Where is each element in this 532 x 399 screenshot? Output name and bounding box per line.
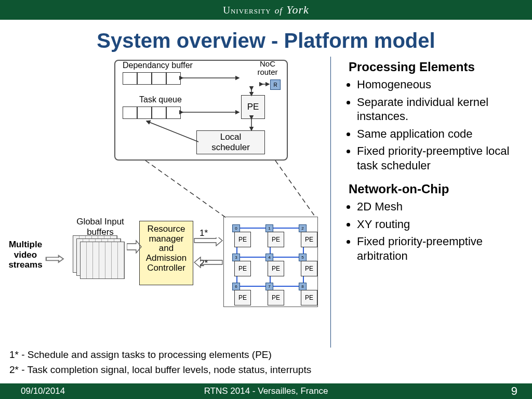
multiple-video-streams-label: Multiplevideostreams: [4, 240, 47, 270]
list-item: Homogeneous: [357, 77, 520, 92]
list-item: Fixed priority-preemptive local task sch…: [357, 144, 520, 172]
router-mini-icon: 1: [265, 224, 273, 232]
svg-line-6: [145, 161, 226, 218]
rmac-grid-arrows-icon: [193, 237, 224, 269]
input-arrow-icon: ⇨: [45, 248, 65, 269]
pe-mini-box: PE: [301, 261, 317, 276]
processing-elements-list: Homogeneous Separate individual kernel i…: [339, 77, 520, 172]
footer-bar: 09/10/2014 RTNS 2014 - Versailles, Franc…: [0, 383, 532, 399]
list-item: Same application code: [357, 127, 520, 141]
router-mini-icon: 3: [232, 254, 240, 261]
pe-mini-box: PE: [268, 261, 284, 276]
svg-line-7: [275, 161, 316, 218]
router-mini-icon: 5: [299, 254, 307, 261]
router-mini-icon: 0: [232, 224, 240, 232]
processing-elements-heading: Processing Elements: [349, 60, 520, 74]
network-on-chip-list: 2D Mesh XY routing Fixed priority-preemp…: [339, 200, 520, 263]
pe-grid: 0PE1PE2PE3PE4PE5PE6PE7PE8PE: [223, 217, 318, 307]
vertical-divider: [330, 57, 331, 348]
arrow1-label: 1*: [200, 228, 208, 238]
pe-mini-box: PE: [234, 261, 251, 276]
pe-mini-box: PE: [268, 290, 284, 305]
router-mini-icon: 7: [265, 283, 273, 290]
network-on-chip-heading: Network-on-Chip: [349, 182, 520, 196]
legend-line-1: 1* - Schedule and assign tasks to proces…: [9, 348, 327, 363]
global-input-buffers-icon: [73, 235, 127, 280]
footer-date: 09/10/2014: [21, 386, 65, 396]
legend-line-2: 2* - Task completion signal, local buffe…: [9, 363, 327, 378]
diagram-area: Dependancy buffer NoCrouter R Task queue…: [0, 57, 327, 368]
list-item: Separate individual kernel instances.: [357, 95, 520, 124]
list-item: XY routing: [357, 217, 520, 232]
pe-mini-box: PE: [301, 232, 317, 247]
text-column: Processing Elements Homogeneous Separate…: [334, 57, 532, 368]
slide-title: System overview - Platform model: [0, 29, 532, 52]
pe-mini-box: PE: [234, 290, 251, 305]
global-input-buffers-label: Global Inputbuffers: [72, 217, 129, 237]
router-mini-icon: 6: [232, 283, 240, 290]
pe-mini-box: PE: [234, 232, 251, 247]
router-mini-icon: 8: [299, 283, 307, 290]
header-bar: University of York: [0, 0, 532, 20]
gib-to-rmac-arrow-icon: [127, 240, 142, 261]
footer-page-number: 9: [511, 384, 517, 398]
pe-mini-box: PE: [268, 232, 284, 247]
list-item: Fixed priority-preemptive arbitration: [357, 234, 520, 263]
university-logo-text: University of York: [223, 3, 309, 17]
footer-venue: RTNS 2014 - Versailles, France: [204, 386, 328, 396]
pe-mini-box: PE: [301, 290, 317, 305]
router-mini-icon: 4: [265, 254, 273, 261]
list-item: 2D Mesh: [357, 200, 520, 214]
resource-manager-box: ResourcemanagerandAdmissionController: [139, 221, 193, 285]
router-mini-icon: 2: [299, 224, 307, 232]
